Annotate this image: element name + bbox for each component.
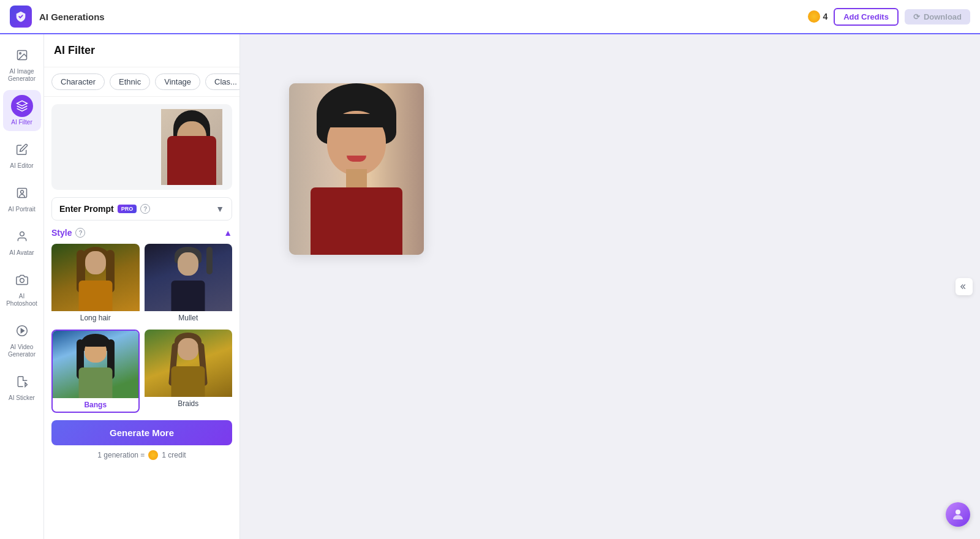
- svg-point-5: [20, 279, 24, 283]
- result-image: [289, 83, 424, 255]
- panel-title: AI Filter: [54, 44, 230, 57]
- style-name-bangs: Bangs: [53, 398, 138, 412]
- panel-content: Enter Prompt PRO ? ▼ Style ? ▲: [44, 97, 239, 539]
- credit-coin-icon: [148, 450, 158, 460]
- app-logo[interactable]: [10, 6, 32, 28]
- svg-marker-7: [21, 329, 24, 333]
- expand-panel-icon[interactable]: [956, 278, 973, 295]
- uploaded-image-preview: [161, 109, 222, 185]
- ai-editor-label: AI Editor: [10, 162, 33, 170]
- panel-header: AI Filter: [44, 34, 239, 67]
- style-name-long-hair: Long hair: [51, 311, 140, 325]
- header-left: AI Generations: [10, 6, 105, 28]
- ai-filter-panel: AI Filter Character Ethnic Vintage Clas.…: [44, 34, 240, 539]
- prompt-label: Enter Prompt PRO ?: [59, 204, 150, 214]
- style-grid: Long hair Mullet: [51, 244, 232, 413]
- credits-display: 4: [808, 10, 827, 23]
- style-item-long-hair[interactable]: Long hair: [51, 244, 140, 325]
- ai-portrait-label: AI Portrait: [8, 206, 35, 213]
- tab-ethnic[interactable]: Ethnic: [110, 74, 150, 90]
- credits-info: 1 generation = 1 credit: [51, 450, 232, 460]
- sidebar-item-ai-avatar[interactable]: AI Avatar: [3, 221, 41, 262]
- ai-filter-icon: [11, 95, 33, 117]
- tab-vintage[interactable]: Vintage: [155, 74, 200, 90]
- prompt-header[interactable]: Enter Prompt PRO ? ▼: [52, 198, 232, 220]
- svg-point-3: [20, 190, 23, 194]
- app-header: AI Generations 4 Add Credits ⟳ Download: [0, 0, 980, 34]
- style-help-icon[interactable]: ?: [75, 228, 85, 238]
- ai-portrait-icon: [11, 182, 33, 204]
- ai-filter-label: AI Filter: [11, 119, 32, 126]
- style-item-mullet[interactable]: Mullet: [145, 244, 233, 325]
- sidebar-item-ai-sticker[interactable]: AI Sticker: [3, 366, 41, 407]
- ai-image-gen-icon: [11, 44, 33, 66]
- canvas-area: [240, 34, 980, 539]
- svg-rect-2: [17, 189, 26, 198]
- sidebar-item-ai-video-gen[interactable]: AI Video Generator: [3, 315, 41, 363]
- style-chevron-icon: ▲: [224, 228, 232, 238]
- style-name-braids: Braids: [145, 397, 233, 410]
- svg-point-1: [19, 53, 20, 55]
- sidebar-item-ai-filter[interactable]: AI Filter: [3, 90, 41, 131]
- style-item-braids[interactable]: Braids: [145, 330, 233, 413]
- style-image-bangs: [53, 331, 138, 398]
- svg-point-4: [20, 232, 24, 236]
- ai-sticker-label: AI Sticker: [9, 394, 35, 402]
- result-image-container: [289, 83, 424, 255]
- style-image-long-hair: [51, 244, 140, 311]
- credits-info-text: 1 generation =: [97, 451, 145, 459]
- download-button[interactable]: ⟳ Download: [905, 9, 970, 24]
- download-label: Download: [924, 12, 962, 21]
- credit-amount-text: 1 credit: [162, 451, 186, 459]
- pro-badge: PRO: [118, 205, 137, 213]
- ai-photoshoot-label: AI Photoshoot: [6, 293, 39, 307]
- main-content: AI Image Generator AI Filter AI Editor: [0, 34, 980, 539]
- add-credits-button[interactable]: Add Credits: [834, 8, 899, 26]
- header-title: AI Generations: [39, 12, 105, 22]
- prompt-text: Enter Prompt: [59, 204, 114, 214]
- ai-sticker-icon: [11, 371, 33, 393]
- style-text: Style: [51, 228, 72, 238]
- icon-sidebar: AI Image Generator AI Filter AI Editor: [0, 34, 44, 539]
- ai-avatar-label: AI Avatar: [9, 249, 34, 257]
- sidebar-item-ai-photoshoot[interactable]: AI Photoshoot: [3, 264, 41, 312]
- style-image-braids: [145, 330, 233, 397]
- coin-icon: [808, 10, 820, 23]
- filter-tabs: Character Ethnic Vintage Clas...: [44, 67, 239, 97]
- style-image-mullet: [145, 244, 233, 311]
- sidebar-item-ai-editor[interactable]: AI Editor: [3, 134, 41, 175]
- ai-editor-icon: [11, 138, 33, 160]
- header-right: 4 Add Credits ⟳ Download: [808, 8, 970, 26]
- ai-video-gen-label: AI Video Generator: [6, 344, 39, 358]
- style-item-bangs[interactable]: Bangs: [51, 330, 140, 413]
- style-name-mullet: Mullet: [145, 311, 233, 325]
- prompt-help-icon[interactable]: ?: [140, 204, 150, 214]
- prompt-section: Enter Prompt PRO ? ▼: [51, 197, 232, 221]
- ai-image-gen-label: AI Image Generator: [6, 68, 39, 83]
- ai-photoshoot-icon: [11, 269, 33, 291]
- download-icon: ⟳: [913, 12, 920, 21]
- prompt-chevron-icon: ▼: [216, 204, 224, 214]
- credits-count: 4: [823, 12, 827, 21]
- sidebar-item-ai-image-gen[interactable]: AI Image Generator: [3, 39, 41, 88]
- svg-point-8: [956, 510, 960, 514]
- style-header: Style ? ▲: [51, 228, 232, 238]
- tab-classic[interactable]: Clas...: [205, 74, 239, 90]
- ai-avatar-icon: [11, 225, 33, 247]
- upload-area[interactable]: [51, 104, 232, 190]
- ai-video-gen-icon: [11, 320, 33, 342]
- tab-character[interactable]: Character: [51, 74, 105, 90]
- user-avatar-button[interactable]: [946, 502, 970, 527]
- generate-more-button[interactable]: Generate More: [51, 420, 232, 445]
- sidebar-item-ai-portrait[interactable]: AI Portrait: [3, 177, 41, 218]
- style-section: Style ? ▲: [51, 228, 232, 413]
- style-label: Style ?: [51, 228, 85, 238]
